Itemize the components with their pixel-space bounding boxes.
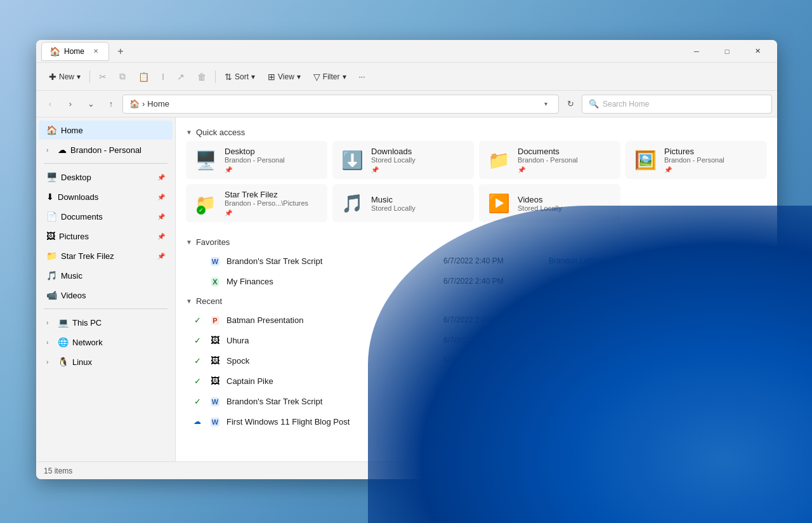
tab-home[interactable]: 🏠 Home ✕ [41, 42, 109, 61]
thispc-expand-icon: › [46, 319, 54, 326]
quick-access-header[interactable]: ▼ Quick access [186, 122, 767, 141]
desktop-folder-icon: 🖥️ [193, 147, 218, 173]
sidebar-item-startrek[interactable]: 📁 Star Trek Filez 📌 [39, 246, 173, 265]
paste-button[interactable]: 📋 [133, 67, 154, 87]
recent-row-4[interactable]: ✓ W Brandon's Star Trek Script 4/5/2022 … [186, 391, 767, 411]
tab-label: Home [64, 47, 84, 56]
copy-button[interactable]: ⧉ [114, 67, 131, 87]
view-button[interactable]: ⊞ View ▾ [263, 67, 306, 87]
delete-button[interactable]: 🗑 [192, 67, 211, 87]
sidebar-item-music[interactable]: 🎵 Music [39, 266, 173, 285]
minimize-button[interactable]: ─ [682, 41, 711, 62]
list-view-button[interactable]: ☰ [737, 463, 752, 479]
sort-button[interactable]: ⇅ Sort ▾ [219, 67, 260, 87]
new-icon: ✚ [49, 72, 56, 82]
recent-row-0[interactable]: ✓ P Batman Presentation 6/7/2022 2:49 PM… [186, 310, 767, 330]
breadcrumb-separator: › [142, 99, 145, 109]
search-box[interactable]: 🔍 Search Home [582, 95, 772, 114]
folder-card-videos[interactable]: ▶️ Videos Stored Locally [479, 184, 620, 222]
filter-icon: ▽ [313, 72, 320, 82]
linux-expand-icon: › [46, 359, 54, 366]
new-tab-button[interactable]: + [112, 43, 129, 60]
downloads-folder-info: Downloads Stored Locally 📌 [371, 147, 467, 173]
documents-icon: 📄 [46, 211, 57, 222]
file-explorer-window: 🏠 Home ✕ + ─ □ ✕ ✚ New ▾ ✂ ⧉ 📋 Ⅰ [36, 40, 777, 479]
recent-label: Recent [196, 296, 222, 306]
desktop-folder-name: Desktop [225, 147, 320, 156]
downloads-folder-icon: ⬇️ [339, 147, 365, 173]
sidebar: 🏠 Home › ☁ Brandon - Personal 🖥️ Desktop… [36, 117, 176, 461]
sidebar-item-downloads[interactable]: ⬇ Downloads 📌 [39, 187, 173, 206]
address-input[interactable]: 🏠 › Home ▾ [122, 95, 559, 114]
desktop-folder-pin: 📌 [225, 166, 320, 173]
favorite-row-0[interactable]: W Brandon's Star Trek Script 6/7/2022 2:… [186, 251, 767, 271]
filter-label: Filter [323, 72, 340, 81]
folder-card-desktop[interactable]: 🖥️ Desktop Brandon - Personal 📌 [186, 141, 327, 179]
rename-button[interactable]: Ⅰ [157, 67, 169, 87]
more-button[interactable]: ··· [354, 67, 370, 87]
copy-icon: ⧉ [119, 71, 126, 82]
rename-icon: Ⅰ [162, 72, 164, 82]
downloads-folder-name: Downloads [371, 147, 467, 156]
sidebar-item-network[interactable]: › 🌐 Network [39, 333, 173, 352]
sidebar-startrek-label: Star Trek Filez [61, 251, 154, 261]
recent-button[interactable]: ⌄ [82, 95, 100, 113]
folder-card-documents[interactable]: 📁 Documents Brandon - Personal 📌 [479, 141, 620, 179]
grid-view-button[interactable]: ⊞ [754, 463, 769, 479]
view-toggle: ☰ ⊞ [737, 463, 769, 479]
sort-dropdown-icon: ▾ [251, 72, 255, 81]
sidebar-item-home[interactable]: 🏠 Home [39, 121, 173, 140]
music-folder-name: Music [371, 195, 467, 204]
pictures-folder-name: Pictures [664, 147, 760, 156]
sort-label: Sort [235, 72, 249, 81]
sidebar-item-documents[interactable]: 📄 Documents 📌 [39, 207, 173, 226]
folder-card-music[interactable]: 🎵 Music Stored Locally [332, 184, 474, 222]
filter-button[interactable]: ▽ Filter ▾ [308, 67, 351, 87]
sidebar-item-linux[interactable]: › 🐧 Linux [39, 352, 173, 371]
pin-icon-desktop: 📌 [157, 174, 165, 181]
favorites-header[interactable]: ▼ Favorites [186, 232, 767, 251]
recent-row-1[interactable]: ✓ 🖼 Uhura 6/7/2022 2:45 PM Brandon - Per… [186, 330, 767, 350]
title-bar-left: 🏠 Home ✕ + [41, 42, 682, 61]
folder-card-startrek[interactable]: 📁 ✓ Star Trek Filez Brandon - Perso...\P… [186, 184, 327, 222]
cut-button[interactable]: ✂ [94, 67, 112, 87]
recent-chevron: ▼ [186, 298, 192, 305]
recent-row-2[interactable]: ✓ 🖼 Spock 6/7/2022 2:44 PM Brandon - Per… [186, 350, 767, 371]
share-button[interactable]: ↗ [172, 67, 190, 87]
recent-header[interactable]: ▼ Recent [186, 291, 767, 310]
maximize-button[interactable]: □ [712, 41, 742, 62]
folder-card-downloads[interactable]: ⬇️ Downloads Stored Locally 📌 [332, 141, 474, 179]
home-icon-addr: 🏠 [129, 99, 140, 109]
sidebar-item-brandon[interactable]: › ☁ Brandon - Personal [39, 140, 173, 159]
new-button[interactable]: ✚ New ▾ [44, 67, 86, 87]
startrek-folder-sub: Brandon - Perso...\Pictures [225, 199, 320, 207]
close-button[interactable]: ✕ [743, 41, 772, 62]
up-button[interactable]: ↑ [102, 95, 120, 113]
pin-icon-downloads: 📌 [157, 194, 165, 201]
favorite-row-1[interactable]: X My Finances 6/7/2022 2:40 PM Brandon L… [186, 271, 767, 291]
refresh-button[interactable]: ↻ [561, 95, 579, 113]
recent1-type: 🖼 [207, 335, 223, 345]
recent4-date: 4/5/2022 12:39 PM [443, 397, 545, 406]
startrek-folder-info: Star Trek Filez Brandon - Perso...\Pictu… [225, 190, 320, 216]
recent2-location: Brandon - Personal\Pictures\Star Trek Fi… [549, 356, 762, 365]
tab-close-button[interactable]: ✕ [91, 46, 101, 56]
sidebar-item-videos[interactable]: 📹 Videos [39, 286, 173, 305]
recent-row-3[interactable]: ✓ 🖼 Captain Pike 6/7/2022 2:44 PM Brando… [186, 371, 767, 391]
music-folder-icon: 🎵 [339, 190, 365, 216]
back-button[interactable]: ‹ [41, 95, 59, 113]
sidebar-item-pictures[interactable]: 🖼 Pictures 📌 [39, 227, 173, 246]
forward-button[interactable]: › [62, 95, 79, 113]
recent-row-5[interactable]: ☁ W First Windows 11 Flight Blog Post 6/… [186, 411, 767, 432]
excel-icon-fav1: X [211, 277, 218, 286]
quick-access-chevron: ▼ [186, 129, 192, 136]
folder-card-pictures[interactable]: 🖼️ Pictures Brandon - Personal 📌 [625, 141, 767, 179]
sidebar-item-desktop[interactable]: 🖥️ Desktop 📌 [39, 168, 173, 187]
favorites-list: W Brandon's Star Trek Script 6/7/2022 2:… [186, 251, 767, 291]
recent2-name: Spock [226, 356, 440, 366]
items-count: 15 items [44, 467, 72, 475]
fav1-name: My Finances [226, 277, 440, 286]
new-dropdown-icon: ▾ [77, 72, 81, 81]
sidebar-item-thispc[interactable]: › 💻 This PC [39, 313, 173, 332]
more-icon: ··· [359, 72, 365, 81]
